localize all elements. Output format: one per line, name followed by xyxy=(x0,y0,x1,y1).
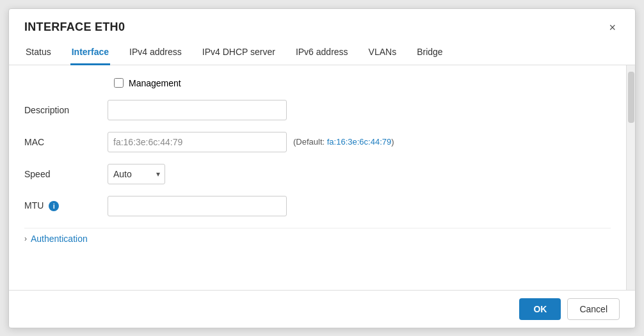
description-input[interactable] xyxy=(108,100,287,120)
ok-button[interactable]: OK xyxy=(519,298,561,320)
authentication-label: Authentication xyxy=(31,234,88,244)
description-row: Description xyxy=(24,100,611,120)
dialog-title: INTERFACE ETH0 xyxy=(24,20,125,34)
mtu-info-icon: i xyxy=(49,201,59,211)
cancel-button[interactable]: Cancel xyxy=(567,298,620,320)
dialog-body-wrapper: Management Description MAC (Default: fa:… xyxy=(9,65,635,290)
tab-bridge[interactable]: Bridge xyxy=(415,42,444,65)
tab-vlans[interactable]: VLANs xyxy=(367,42,398,65)
close-button[interactable]: × xyxy=(605,20,620,35)
tab-ipv4-address[interactable]: IPv4 address xyxy=(128,42,183,65)
mtu-row: MTU i xyxy=(24,196,611,216)
scrollbar-thumb[interactable] xyxy=(628,72,634,123)
mac-row: MAC (Default: fa:16:3e:6c:44:79) xyxy=(24,132,611,152)
dialog-footer: OK Cancel xyxy=(9,290,635,328)
description-label: Description xyxy=(24,105,108,115)
dialog: INTERFACE ETH0 × Status Interface IPv4 a… xyxy=(8,8,636,328)
mac-hint-suffix: ) xyxy=(391,137,394,147)
mac-input[interactable] xyxy=(108,132,287,152)
speed-wrapper: Auto 10 100 1000 xyxy=(108,164,165,184)
authentication-toggle[interactable]: › Authentication xyxy=(24,228,611,249)
mac-hint-prefix: (Default: xyxy=(293,137,327,147)
scrollbar-track[interactable] xyxy=(626,65,635,290)
management-label[interactable]: Management xyxy=(129,78,181,88)
dialog-body: Management Description MAC (Default: fa:… xyxy=(9,65,626,290)
tabs-bar: Status Interface IPv4 address IPv4 DHCP … xyxy=(9,35,635,65)
authentication-chevron: › xyxy=(24,234,27,243)
tab-status[interactable]: Status xyxy=(24,42,52,65)
mtu-input[interactable] xyxy=(108,196,287,216)
speed-row: Speed Auto 10 100 1000 xyxy=(24,164,611,184)
management-row: Management xyxy=(24,78,611,88)
mac-label: MAC xyxy=(24,137,108,147)
tab-interface[interactable]: Interface xyxy=(70,42,110,65)
mtu-label: MTU i xyxy=(24,200,108,211)
tab-ipv6-address[interactable]: IPv6 address xyxy=(294,42,350,65)
mac-hint: (Default: fa:16:3e:6c:44:79) xyxy=(293,137,394,147)
mac-hint-value: fa:16:3e:6c:44:79 xyxy=(327,137,391,147)
speed-select[interactable]: Auto 10 100 1000 xyxy=(108,164,165,184)
speed-label: Speed xyxy=(24,169,108,179)
dialog-header: INTERFACE ETH0 × xyxy=(9,9,635,35)
tab-ipv4-dhcp[interactable]: IPv4 DHCP server xyxy=(201,42,277,65)
management-checkbox[interactable] xyxy=(114,78,124,88)
